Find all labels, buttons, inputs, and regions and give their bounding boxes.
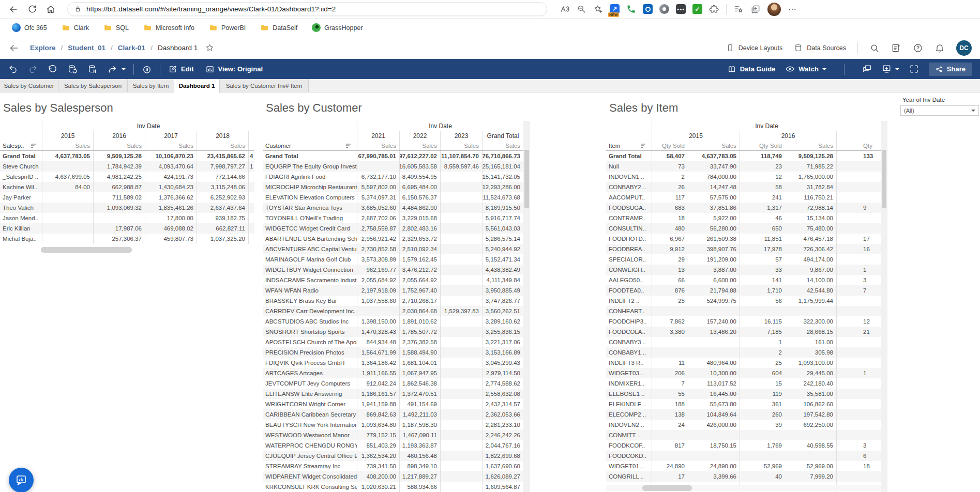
- cell[interactable]: 1,835,461.26: [145, 203, 197, 213]
- cell[interactable]: [440, 213, 482, 223]
- table-row[interactable]: WESTWOOD Westwood Manor779,152.151,467,0…: [263, 430, 530, 440]
- bookmark-item[interactable]: DataSelf: [255, 21, 302, 34]
- pause-updates-icon[interactable]: [87, 64, 98, 74]
- cell[interactable]: [688, 306, 740, 316]
- row-label[interactable]: INDLIFT3 R..: [606, 358, 652, 368]
- row-label[interactable]: CONTRAMP..: [606, 213, 652, 223]
- cell[interactable]: 1,193,363.87: [399, 440, 440, 451]
- cell[interactable]: 3,380: [652, 327, 688, 337]
- cell[interactable]: [440, 203, 482, 213]
- cell[interactable]: [440, 389, 482, 399]
- table-row[interactable]: CONBABY3 ..1161.00: [606, 337, 887, 347]
- cell[interactable]: 71,985.22: [785, 161, 836, 172]
- row-label[interactable]: CONBABY3 ..: [606, 337, 652, 347]
- table-row[interactable]: FOODCHIP3..7,862157,240.0016,115322,300.…: [606, 316, 887, 327]
- table-row[interactable]: INDOVEN1 ..2784,000.00121,765,000.00: [606, 172, 887, 182]
- revert-icon[interactable]: [48, 64, 57, 74]
- table-row[interactable]: FOODHOTD..6,967261,509.3811,851476,457.1…: [606, 234, 887, 244]
- cell[interactable]: [440, 172, 482, 182]
- cell[interactable]: 13: [652, 265, 688, 275]
- cell[interactable]: [440, 296, 482, 306]
- cell[interactable]: [785, 430, 836, 440]
- cell[interactable]: 72,988.14: [785, 203, 836, 213]
- table-row[interactable]: FDIQVIK Qvik Process GmbH1,364,186.421,6…: [263, 358, 530, 368]
- measure-header[interactable]: Sales: [482, 141, 523, 150]
- row-label[interactable]: INDMIXER1..: [606, 378, 652, 389]
- table-row[interactable]: CONHEART..: [606, 306, 887, 316]
- cell[interactable]: 2,687,702.06: [357, 213, 399, 223]
- back-arrow-icon[interactable]: [8, 42, 20, 54]
- cell[interactable]: 40: [740, 471, 785, 482]
- row-label[interactable]: WIDPARENT Widget Consolidated Hol..: [263, 471, 357, 482]
- row-label[interactable]: WFAN WFAN Radio: [263, 285, 357, 296]
- cell[interactable]: [440, 368, 482, 378]
- row-label[interactable]: CONBABY1 ..: [606, 347, 652, 358]
- table-row[interactable]: ABCVENTURE ABC Capital Ventures2,730,852…: [263, 244, 530, 254]
- cell[interactable]: 2,044,767.16: [482, 440, 523, 451]
- cell[interactable]: 97,612,227.02: [399, 151, 440, 161]
- cell[interactable]: 31,782.84: [785, 182, 836, 192]
- table-row[interactable]: ARTCAGES Artcages1,911,166.551,067,947.9…: [263, 368, 530, 378]
- year-header[interactable]: 2015: [652, 131, 740, 141]
- table-row[interactable]: CONBABY2 ..2614,247.485831,782.84: [606, 182, 887, 192]
- cell[interactable]: 4,438,382.49: [482, 265, 523, 275]
- cell[interactable]: 2,246,242.26: [482, 430, 523, 440]
- table-row[interactable]: FOODKCOF..81718,750.151,76940,598.553: [606, 440, 887, 451]
- table-row[interactable]: WIDGET01 ..24,89024,890.0052,96952,969.0…: [606, 461, 887, 471]
- year-header[interactable]: 2021: [357, 131, 399, 141]
- table-row[interactable]: Theo Valich1,093,069.321,835,461.262,637…: [0, 203, 254, 213]
- table-row[interactable]: FOODCOLA..3,38013,486.207,18528,668.1521: [606, 327, 887, 337]
- table-row[interactable]: Null7333,747.902371,985.22: [606, 161, 887, 172]
- cell[interactable]: 2,432,314.57: [482, 399, 523, 409]
- cell[interactable]: 161.00: [785, 337, 836, 347]
- row-label[interactable]: CONBABY2 ..: [606, 182, 652, 192]
- cell[interactable]: [440, 275, 482, 285]
- cell[interactable]: 844,934.48: [357, 337, 399, 347]
- cell[interactable]: 2,510,092.34: [399, 244, 440, 254]
- row-label[interactable]: CJOEQUIP Jersey Central Office Equip: [263, 451, 357, 461]
- table-row[interactable]: AACOMPUT..11757,575.00241116,750.21: [606, 192, 887, 203]
- cell[interactable]: 84.00: [42, 182, 93, 192]
- row-label[interactable]: CONSULTIN..: [606, 223, 652, 234]
- row-label[interactable]: WIDGET03 ..: [606, 368, 652, 378]
- measure-header[interactable]: Sales: [785, 141, 836, 150]
- zoom-out-icon[interactable]: [577, 4, 586, 14]
- year-header[interactable]: 2022: [399, 131, 440, 141]
- table-row[interactable]: ELEKINDLE ..18855,673.80361106,862.60: [606, 399, 887, 409]
- table-row[interactable]: CARIBBEAN Caribbean Secretary Online869,…: [263, 409, 530, 420]
- cell[interactable]: 779,152.15: [357, 430, 399, 440]
- cell[interactable]: 3,229,015.68: [399, 213, 440, 223]
- cell[interactable]: 5,374,097.31: [357, 192, 399, 203]
- cell[interactable]: 7,999.20: [785, 471, 836, 482]
- cell[interactable]: 157,240.00: [688, 316, 740, 327]
- cell[interactable]: 5,597,802.00: [357, 182, 399, 192]
- cell[interactable]: 55: [652, 389, 688, 399]
- cell[interactable]: 46: [740, 213, 785, 223]
- row-label[interactable]: FOODKCOF..: [606, 440, 652, 451]
- cell[interactable]: [652, 430, 688, 440]
- cell[interactable]: 260: [740, 409, 785, 420]
- cell[interactable]: 398,907.76: [688, 244, 740, 254]
- custom-views-icon[interactable]: [891, 43, 901, 53]
- cell[interactable]: 2,055,684.92: [357, 275, 399, 285]
- row-label[interactable]: Jay Parker: [0, 192, 42, 203]
- table-row[interactable]: INDLIFT2 ..25524,999.75561,175,999.44: [606, 296, 887, 306]
- cell[interactable]: 772,144.66: [197, 172, 248, 182]
- cell[interactable]: 17,800.00: [145, 213, 197, 223]
- cell[interactable]: 426,000.00: [688, 420, 740, 430]
- redo-icon[interactable]: [28, 64, 38, 74]
- table-row[interactable]: Kachine Wil..84.00662,988.871,430,684.23…: [0, 182, 254, 192]
- back-icon[interactable]: [6, 2, 21, 17]
- cell[interactable]: [42, 192, 93, 203]
- cell[interactable]: 1,175,999.44: [785, 296, 836, 306]
- cell[interactable]: 3,115,248.06: [197, 182, 248, 192]
- table-row[interactable]: ELECOMP2 ..138104,849.64260197,542.80: [606, 409, 887, 420]
- cell[interactable]: 25: [740, 358, 785, 368]
- row-label[interactable]: AACOMPUT..: [606, 192, 652, 203]
- row-label[interactable]: WATERPROC CHENGDU RONGYI WATE..: [263, 440, 357, 451]
- table-row[interactable]: WATERPROC CHENGDU RONGYI WATE..851,403.2…: [263, 440, 530, 451]
- cell[interactable]: 42,544.80: [785, 285, 836, 296]
- cell[interactable]: [440, 430, 482, 440]
- cell[interactable]: [440, 358, 482, 368]
- cell[interactable]: 26: [652, 182, 688, 192]
